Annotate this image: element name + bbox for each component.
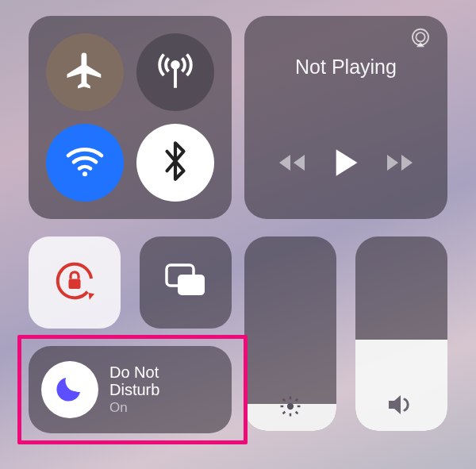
next-track-button[interactable] <box>380 144 420 184</box>
rewind-icon <box>276 152 308 177</box>
volume-icon <box>386 391 417 421</box>
svg-line-14 <box>283 399 286 402</box>
wifi-icon <box>63 139 107 186</box>
now-playing-title: Not Playing <box>244 56 447 79</box>
bluetooth-toggle[interactable] <box>136 124 214 202</box>
svg-point-4 <box>416 33 424 41</box>
wifi-toggle[interactable] <box>46 124 124 202</box>
forward-icon <box>384 152 416 177</box>
rotation-lock-icon <box>51 257 98 308</box>
airplay-button[interactable] <box>405 24 436 56</box>
svg-line-17 <box>296 399 298 402</box>
rotation-lock-toggle[interactable] <box>29 236 121 329</box>
volume-slider[interactable] <box>355 236 447 431</box>
now-playing-panel[interactable]: Not Playing <box>244 16 447 219</box>
svg-point-9 <box>287 403 294 409</box>
moon-icon <box>54 372 86 407</box>
screen-mirroring-button[interactable] <box>140 236 232 329</box>
dnd-label-2: Disturb <box>109 381 159 398</box>
previous-track-button[interactable] <box>272 144 312 184</box>
brightness-slider[interactable] <box>244 236 336 431</box>
connectivity-panel <box>29 16 232 219</box>
svg-point-2 <box>83 171 87 176</box>
airplay-icon <box>409 26 432 53</box>
svg-line-15 <box>296 412 298 414</box>
dnd-label-1: Do Not <box>109 363 159 381</box>
do-not-disturb-toggle[interactable]: Do NotDisturb On <box>29 346 232 433</box>
brightness-icon <box>278 394 302 421</box>
svg-line-16 <box>283 412 286 414</box>
play-button[interactable] <box>326 144 366 184</box>
dnd-text: Do NotDisturb On <box>109 363 159 416</box>
cellular-data-toggle[interactable] <box>136 33 214 111</box>
dnd-icon-circle <box>41 361 98 418</box>
antenna-icon <box>152 48 198 97</box>
svg-rect-6 <box>69 279 81 290</box>
play-icon <box>332 148 359 181</box>
airplane-mode-toggle[interactable] <box>46 33 124 111</box>
screen-mirroring-icon <box>162 260 209 305</box>
svg-point-0 <box>172 62 178 68</box>
bluetooth-icon <box>158 139 193 186</box>
dnd-status: On <box>109 400 159 416</box>
svg-rect-8 <box>178 275 205 295</box>
airplane-icon <box>63 49 106 95</box>
